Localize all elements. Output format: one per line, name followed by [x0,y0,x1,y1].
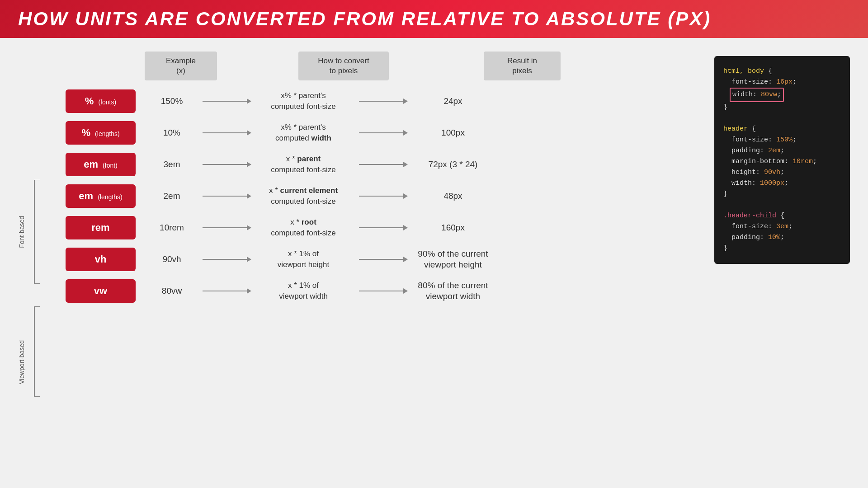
arrow2-em-lengths [359,196,404,197]
arrow2-vw [359,291,404,291]
arrow1-percent-lengths [203,132,248,133]
unit-badge-percent-fonts: % (fonts) [66,89,136,113]
result-em-font: 72px (3 * 24) [408,159,498,170]
unit-badge-rem: rem [66,216,136,239]
row-vh: vh 90vh x * 1% ofviewport height 90% of … [43,248,696,271]
col-header-how: How to convertto pixels [298,52,389,80]
code-line-12: } [723,189,841,200]
result-vw: 80% of the currentviewport width [408,280,498,302]
how-to-vh: x * 1% ofviewport height [251,249,355,270]
unit-badge-vh: vh [66,248,136,271]
code-panel: html, body { font-size: 16px; width: 80v… [714,56,850,264]
code-line-15: font-size: 3em; [723,221,841,232]
code-line-7: font-size: 150%; [723,135,841,145]
example-percent-lengths: 10% [145,128,199,138]
main-content: Example(x) How to convertto pixels Resul… [0,38,868,428]
code-line-14: .header-child { [723,211,841,221]
arrow1-rem [203,227,248,228]
unit-badge-em-font: em (font) [66,153,136,176]
viewport-based-bracket [31,306,41,397]
arrow1-em-font [203,164,248,165]
code-line-4: } [723,102,841,113]
code-line-6: header { [723,124,841,135]
how-to-em-lengths: x * current elementcomputed font-size [251,185,355,207]
arrow1-vw [203,291,248,291]
arrow2-em-font [359,164,404,165]
code-line-2: font-size: 16px; [723,77,841,88]
code-line-11: width: 1000px; [723,178,841,189]
how-to-rem: x * rootcomputed font-size [251,217,355,239]
unit-badge-percent-lengths: % (lengths) [66,121,136,145]
code-line-8: padding: 2em; [723,145,841,156]
how-to-em-font: x * parentcomputed font-size [251,154,355,175]
row-vw: vw 80vw x * 1% ofviewport width 80% of t… [43,279,696,303]
arrow1-vh [203,259,248,260]
arrow2-percent-fonts [359,101,404,102]
unit-badge-em-lengths: em (lengths) [66,184,136,208]
how-to-percent-fonts: x% * parent'scomputed font-size [251,90,355,112]
example-rem: 10rem [145,223,199,233]
code-line-1: html, body { [723,66,841,77]
code-line-9: margin-bottom: 10rem; [723,156,841,167]
code-line-17: } [723,243,841,254]
font-based-label: Font-based [18,216,31,248]
result-em-lengths: 48px [408,191,498,202]
row-em-font: em (font) 3em x * parentcomputed font-si… [43,153,696,176]
rows-container: % (fonts) 150% x% * parent'scomputed fon… [43,89,696,311]
example-vw: 80vw [145,286,199,296]
example-percent-fonts: 150% [145,96,199,106]
page-title: HOW UNITS ARE CONVERTED FROM RELATIVE TO… [18,8,711,30]
arrow1-em-lengths [203,196,248,197]
result-percent-fonts: 24px [408,96,498,107]
page-header: HOW UNITS ARE CONVERTED FROM RELATIVE TO… [0,0,868,38]
code-line-16: padding: 10%; [723,232,841,243]
row-em-lengths: em (lengths) 2em x * current elementcomp… [43,184,696,208]
how-to-percent-lengths: x% * parent'scomputed width [251,122,355,144]
code-line-3: width: 80vw; [723,88,841,102]
example-vh: 90vh [145,254,199,264]
result-percent-lengths: 100px [408,127,498,139]
font-based-bracket [31,180,41,284]
unit-badge-vw: vw [66,279,136,303]
arrow2-percent-lengths [359,132,404,133]
arrow2-vh [359,259,404,260]
row-percent-fonts: % (fonts) 150% x% * parent'scomputed fon… [43,89,696,113]
col-header-example: Example(x) [145,52,217,80]
result-rem: 160px [408,222,498,234]
viewport-based-label: Viewport-based [18,340,31,384]
arrow2-rem [359,227,404,228]
row-rem: rem 10rem x * rootcomputed font-size 160… [43,216,696,239]
how-to-vw: x * 1% ofviewport width [251,280,355,302]
example-em-lengths: 2em [145,191,199,201]
code-line-10: height: 90vh; [723,167,841,178]
row-percent-lengths: % (lengths) 10% x% * parent'scomputed wi… [43,121,696,145]
column-headers: Example(x) How to convertto pixels Resul… [145,52,696,80]
col-header-result: Result inpixels [484,52,561,80]
result-vh: 90% of the currentviewport height [408,249,498,271]
table-area: Example(x) How to convertto pixels Resul… [18,52,696,419]
arrow1-percent-fonts [203,101,248,102]
example-em-font: 3em [145,160,199,169]
